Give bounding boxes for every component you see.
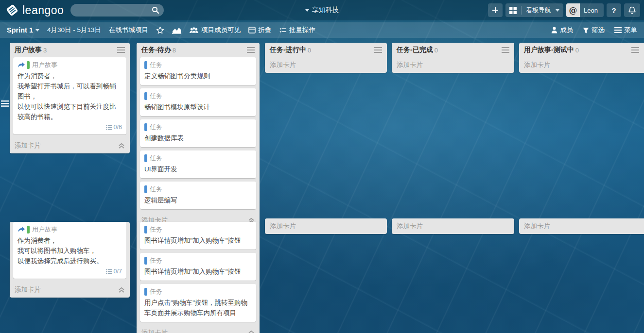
column-menu-icon[interactable] [247,47,255,53]
chart-icon [172,27,181,34]
plus-icon [492,7,499,14]
column-menu-icon[interactable] [502,47,509,53]
add-card-label: 添加卡片 [397,222,423,231]
add-card-button[interactable]: 添加卡片 [265,218,387,234]
collapse-chevron-icon[interactable] [248,330,255,333]
cell: 添加卡片 [392,218,514,234]
user-avatar: @ [566,3,580,17]
card-labels: 任务 [144,185,252,194]
batch-ops-button[interactable]: 批量操作 [279,26,315,34]
notifications-button[interactable] [624,3,640,17]
card-labels: 任务 [144,61,252,69]
user-menu-button[interactable]: @ Leon [566,3,604,17]
project-name[interactable]: 在线书城项目 [109,26,148,34]
task-card[interactable]: 任务 定义畅销图书分类规则 [140,57,256,85]
column-menu-icon[interactable] [631,47,639,53]
favorite-button[interactable] [156,26,164,34]
task-card[interactable]: 任务 逻辑层编写 [140,182,256,209]
card-type-text: 任务 [150,256,162,265]
column-count: 8 [173,47,176,54]
grid-icon [509,7,517,14]
card-labels: 任务 [144,256,252,265]
cell: 任务-待办 8 任务 定义畅销图书分类规则 任务 畅销图书模块原型设计 任务 创… [137,43,260,228]
cell: 用户故事 3 用户故事 作为消费者， 我希望打开书城后，可以看到畅销图书， 以 [10,43,130,153]
sprint-selector[interactable]: Sprint 1 [7,26,39,34]
card-text: 畅销图书模块原型设计 [144,102,252,112]
search-wrap [64,4,164,17]
card-text: 作为消费者， 我希望打开书城后，可以看到畅销图书， 以便可以快速浏览下目前关注度… [17,71,122,122]
forward-arrow-icon [17,226,25,233]
card-badges: 0/6 [17,124,122,131]
add-card-button[interactable]: 添加卡片 [140,325,256,333]
top-navbar: leangoo 享知科技 看板导航 @ Leon ? [0,0,644,20]
task-card[interactable]: 任务 图书详情页增加"加入购物车"按钮 [140,222,256,250]
add-card-button[interactable]: 添加卡片 [395,57,511,73]
card-type-label [144,92,147,100]
add-card-label: 添加卡片 [524,222,550,231]
column-title: 用户故事 [15,46,42,54]
column-menu-icon[interactable] [374,47,382,53]
add-card-button[interactable]: 添加卡片 [522,57,641,73]
card-labels: 用户故事 [17,225,122,234]
card-type-label [144,154,147,162]
card-labels: 任务 [144,123,252,132]
checklist-icon [106,269,112,274]
add-card-button[interactable]: 添加卡片 [13,138,126,153]
cell: 任务-进行中 0 添加卡片 [265,43,387,73]
card-labels: 任务 [144,92,252,100]
collapse-icon [248,27,256,33]
boards-nav-label: 看板导航 [526,6,551,15]
story-card[interactable]: 用户故事 作为消费者， 我可以将图书加入购物车， 以便我选择完成后进行购买。 0… [13,222,126,279]
search-input[interactable] [70,4,164,17]
column-menu-icon[interactable] [117,47,125,53]
column-title: 任务-已完成 [397,46,433,54]
sprint-dates: 4月30日 - 5月13日 [47,26,101,34]
help-button[interactable]: ? [607,3,621,17]
search-icon[interactable] [152,6,159,14]
board-switcher-button[interactable]: 享知科技 [305,6,339,15]
story-card[interactable]: 用户故事 作为消费者， 我希望打开书城后，可以看到畅销图书， 以便可以快速浏览下… [13,57,126,134]
card-type-text: 任务 [150,123,162,132]
brand[interactable]: leangoo [6,4,64,17]
card-labels: 用户故事 [17,61,122,69]
collapse-chevron-icon[interactable] [118,287,125,293]
question-icon: ? [611,6,616,15]
members-button[interactable]: 成员 [551,26,573,34]
collapse-button[interactable]: 折叠 [248,26,271,34]
add-card-label: 添加卡片 [15,285,41,294]
add-board-button[interactable] [488,3,503,17]
task-card[interactable]: 任务 图书详情页增加"加入购物车"按钮 [140,253,256,281]
boards-nav-button[interactable]: 看板导航 [505,3,563,17]
column-title: 用户故事-测试中 [524,46,574,54]
filter-button[interactable]: 筛选 [583,26,605,34]
lane-drag-handle-icon[interactable] [1,100,9,109]
menu-button[interactable]: 菜单 [614,26,637,34]
column-header: 任务-已完成 0 [395,43,511,57]
card-text: 图书详情页增加"加入购物车"按钮 [144,235,252,246]
kanban-board: 用户故事 3 用户故事 作为消费者， 我希望打开书城后，可以看到畅销图书， 以 [0,43,644,333]
cell: 用户故事-测试中 0 添加卡片 [519,43,644,73]
task-card[interactable]: 任务 用户点击"购物车"按钮，跳转至购物车页面并展示购物车内所有项目 [140,284,256,322]
members-visible-label: 项目成员可见 [201,26,241,34]
checklist-count: 0/7 [114,268,122,275]
hamburger-icon [614,27,622,33]
task-card[interactable]: 任务 UI界面开发 [140,150,256,178]
collapse-chevron-icon[interactable] [118,143,125,149]
divider [521,6,522,15]
task-card[interactable]: 任务 创建数据库表 [140,119,256,147]
collapse-label: 折叠 [258,26,271,34]
bell-icon [628,6,636,15]
members-visible-button[interactable]: 项目成员可见 [189,26,241,34]
person-icon [551,27,557,33]
add-card-button[interactable]: 添加卡片 [13,282,126,298]
card-badges: 0/7 [17,268,122,275]
card-type-text: 用户故事 [32,61,57,69]
add-card-button[interactable]: 添加卡片 [519,218,644,234]
filter-label: 筛选 [592,26,605,34]
cell: 任务-已完成 0 添加卡片 [392,43,514,73]
add-card-button[interactable]: 添加卡片 [392,218,514,234]
card-type-text: 任务 [150,61,162,69]
task-card[interactable]: 任务 畅销图书模块原型设计 [140,88,256,116]
chart-button[interactable] [172,27,181,34]
add-card-button[interactable]: 添加卡片 [268,57,383,73]
